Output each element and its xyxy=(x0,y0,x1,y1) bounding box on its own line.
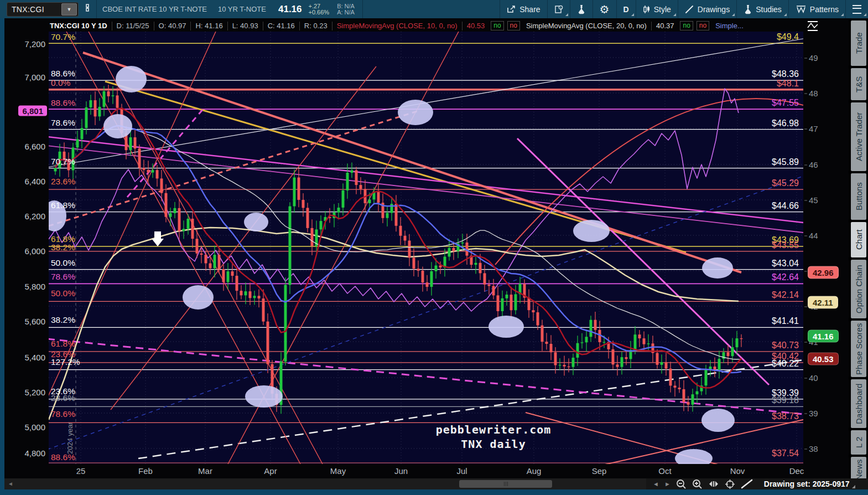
drawings-button[interactable]: Drawings xyxy=(678,0,736,18)
fib-price-label: $49.4 xyxy=(777,32,799,42)
ask-value: A: N/A xyxy=(337,9,355,16)
down-arrow-marker xyxy=(152,231,164,246)
x-axis-label: Aug xyxy=(527,466,542,476)
fib-price-label: $41.41 xyxy=(772,316,799,326)
more-studies-label[interactable]: Simple... xyxy=(711,22,748,30)
fib-price-label: $47.55 xyxy=(772,98,799,107)
share-button[interactable]: Share xyxy=(500,0,547,18)
symbol-description: CBOE INT RATE 10 YR T-NOTE xyxy=(102,5,207,13)
style-button[interactable]: Style xyxy=(636,0,678,18)
bid-value: B: N/A xyxy=(337,3,355,9)
patterns-button[interactable]: Patterns xyxy=(789,0,845,18)
crosshair-button[interactable] xyxy=(725,479,735,489)
link-icon[interactable] xyxy=(84,3,91,15)
left-axis-tick: 5,000 xyxy=(24,422,45,432)
right-axis-tick: 38 xyxy=(809,444,818,453)
bottom-status-bar: ◄ ◄ ► Drawing set: 2025-0917 xyxy=(4,478,868,489)
x-axis-label: Mar xyxy=(198,466,212,476)
highlight-ellipse xyxy=(675,449,713,464)
x-axis-label: 25 xyxy=(76,466,86,476)
sidebar-tab-active-trader[interactable]: Active Trader xyxy=(851,102,866,171)
pan-left-button[interactable]: ◄ xyxy=(653,481,659,487)
scroll-left-arrow[interactable]: ◄ xyxy=(8,481,13,487)
sidebar-tab-chart[interactable]: Chart xyxy=(851,222,866,257)
fib-price-label: $45.29 xyxy=(772,178,799,188)
highlight-ellipse xyxy=(398,100,433,125)
symbol-dropdown-button[interactable]: ▼ xyxy=(61,3,77,16)
fib-price-label: $37.54 xyxy=(772,448,799,458)
fib-price-label: $43.04 xyxy=(772,259,799,268)
fib-percent-label: 70.7% xyxy=(51,32,75,42)
toolbar-divider xyxy=(96,0,97,18)
fib-price-label: $40.22 xyxy=(772,359,799,368)
trend-line xyxy=(138,360,803,458)
right-price-axis[interactable]: 49484746454443424140393842.9642.1141.164… xyxy=(803,18,849,478)
sidebar-tab-trade[interactable]: Trade xyxy=(851,20,866,66)
sma20-toggle-chip[interactable]: no xyxy=(697,21,709,30)
trend-arc xyxy=(495,99,803,265)
chart-notes-button[interactable]: i xyxy=(548,0,570,18)
ohlc-date: D: 11/5/25 xyxy=(112,22,154,30)
sidebar-tab-buttons[interactable]: Buttons xyxy=(851,173,866,220)
fib-price-label: $40.73 xyxy=(772,341,799,350)
fib-labels-layer: 70.7%88.6%0.0%88.6%78.6%70.7%23.6%61.8%6… xyxy=(51,32,799,462)
patterns-label: Patterns xyxy=(810,5,839,14)
fib-price-label: $48.36 xyxy=(772,69,799,79)
x-axis-label: Feb xyxy=(138,466,153,476)
fib-percent-label: 38.2% xyxy=(51,315,75,324)
menu-icon xyxy=(853,5,861,14)
sma20-toggle-chip[interactable]: no xyxy=(680,21,693,30)
pan-right-button[interactable]: ► xyxy=(664,481,671,487)
fib-price-label: $38.73 xyxy=(772,411,799,421)
toolbar-divider xyxy=(362,0,363,18)
fib-percent-label: 0.0% xyxy=(51,78,71,87)
highlight-ellipse xyxy=(245,385,283,408)
flask-icon xyxy=(744,4,752,14)
zoom-in-button[interactable] xyxy=(692,479,703,489)
left-axis-tick: 6,000 xyxy=(24,246,45,256)
chart-mode-icon[interactable] xyxy=(805,20,820,34)
x-axis-label: Nov xyxy=(730,466,745,476)
auto-fit-button[interactable] xyxy=(708,480,719,488)
timeframe-button[interactable]: D xyxy=(617,0,636,18)
scrollbar-thumb[interactable] xyxy=(459,480,552,488)
left-axis-tick: 6,200 xyxy=(24,212,45,221)
window-bottom-edge xyxy=(0,489,868,495)
right-axis-tick: 45 xyxy=(809,195,818,205)
quick-study-button[interactable] xyxy=(570,0,592,18)
chart-plot-svg: 2024 year70.7%88.6%0.0%88.6%78.6%70.7%23… xyxy=(49,32,803,464)
drawing-set-selector[interactable]: Drawing set: 2025-0917 xyxy=(764,479,855,488)
highlight-ellipse xyxy=(701,409,735,432)
ohlc-range: R: 0.23 xyxy=(300,22,332,30)
sma10-toggle-chip[interactable]: no xyxy=(507,21,520,30)
sma20-value: 40.37 xyxy=(652,22,679,30)
symbol-value[interactable]: TNX:CGI xyxy=(7,5,61,14)
draw-line-button[interactable] xyxy=(741,479,753,489)
fib-percent-label: 78.6% xyxy=(51,409,75,419)
chart-canvas[interactable]: 2024 year70.7%88.6%0.0%88.6%78.6%70.7%23… xyxy=(49,32,803,464)
zoom-out-button[interactable] xyxy=(676,479,687,489)
chart-settings-button[interactable]: ⚙ xyxy=(593,0,616,18)
sidebar-tab-dashboard[interactable]: Dashboard xyxy=(851,379,866,428)
sma10-study-label[interactable]: SimpleMovingAvg (CLOSE, 10, 0, no) xyxy=(332,22,462,30)
fib-percent-label: 61.8% xyxy=(51,200,75,210)
pencil-icon xyxy=(685,5,694,14)
sma20-study-label[interactable]: SimpleMovingAvg (CLOSE, 20, 0, no) xyxy=(522,22,651,30)
highlight-ellipse xyxy=(573,220,610,242)
sidebar-tab-option-chain[interactable]: Option Chain xyxy=(851,260,866,318)
chart-menu-button[interactable] xyxy=(846,0,868,18)
time-axis[interactable]: 25FebMarAprMayJunJulAugSepOctNovDec xyxy=(4,464,803,478)
symbol-input[interactable]: TNX:CGI ▼ xyxy=(7,2,79,17)
chart-scrollbar[interactable]: ◄ xyxy=(4,478,646,489)
price-bubble: 40.53 xyxy=(808,353,839,365)
left-axis-tick: 6,400 xyxy=(24,177,45,186)
studies-button[interactable]: Studies xyxy=(737,0,788,18)
left-axis-tick: 5,400 xyxy=(24,353,45,362)
sma10-toggle-chip[interactable]: no xyxy=(491,21,503,30)
sidebar-tab-phase-scores[interactable]: Phase Scores xyxy=(851,321,866,377)
sidebar-tab-t-s[interactable]: T&S xyxy=(851,68,866,100)
x-axis-label: Dec xyxy=(789,466,804,476)
left-price-axis[interactable]: 7,2007,0006,6006,4006,2006,0005,8005,600… xyxy=(4,32,49,464)
sidebar-tab-l-2[interactable]: L 2 xyxy=(851,430,866,455)
highlight-ellipse xyxy=(702,257,733,279)
